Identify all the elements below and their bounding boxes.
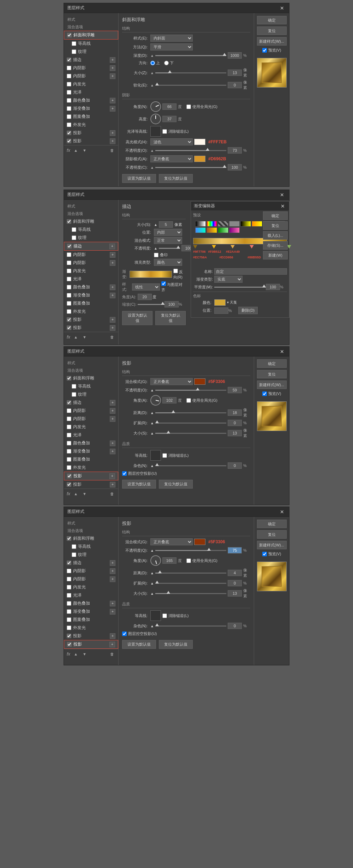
outer-glow-cb[interactable] (67, 122, 71, 127)
s2-inner-glow[interactable]: 内阴影 + (64, 259, 118, 267)
s3-stroke-plus[interactable]: + (110, 400, 115, 406)
s4-drop-shadow1[interactable]: 投影 + (64, 632, 118, 640)
s3-color-overlay-plus[interactable]: + (110, 441, 115, 446)
s2-color-overlay[interactable]: 颜色叠加 + (64, 283, 118, 291)
s2-outer-glow-cb[interactable] (67, 309, 71, 314)
ds3-opacity-input[interactable] (228, 387, 242, 393)
ds4-reset-default[interactable]: 复位为默认值 (159, 640, 193, 649)
close-btn4[interactable]: ✕ (279, 509, 286, 515)
inner-shadow-cb[interactable] (67, 66, 71, 70)
s2-drop-shadow2[interactable]: 投影 + (64, 324, 118, 332)
fx-up3[interactable]: ▲ (72, 491, 79, 496)
ge-confirm[interactable]: 确定 (263, 211, 288, 220)
s2-bevel-cb[interactable] (67, 219, 71, 224)
ds3-size-slider[interactable] (155, 433, 226, 434)
gradient-bar[interactable] (130, 271, 172, 278)
sidebar-item-satin[interactable]: 内发光 (64, 80, 118, 88)
s4-inner-shadow-cb[interactable] (67, 569, 71, 573)
ds3-set-default[interactable]: 设置为默认值 (122, 480, 156, 489)
s4-contour[interactable]: 等高线 (64, 543, 118, 551)
stop1[interactable] (193, 245, 197, 249)
s4-inner-glow-cb[interactable] (67, 577, 71, 581)
fx-down3[interactable]: ▼ (81, 491, 88, 496)
s3-pattern-overlay[interactable]: 图案叠加 (64, 455, 118, 463)
ds3-global-light[interactable]: 使用全局光(G) (186, 398, 217, 403)
s3-gradient-overlay-plus[interactable]: + (110, 449, 115, 454)
stop4-red[interactable] (250, 245, 254, 249)
s3-gloss-cb[interactable] (67, 433, 71, 437)
s4-texture-cb[interactable] (72, 552, 76, 557)
s2-color-overlay-cb[interactable] (67, 285, 71, 289)
s2-gradient-overlay[interactable]: 渐变叠加 + (64, 291, 118, 299)
s3-drop-shadow1-cb[interactable] (67, 474, 72, 478)
s4-bevel-cb[interactable] (67, 536, 71, 541)
s-opacity-input[interactable] (228, 164, 242, 170)
s2-inner-shadow-plus[interactable]: + (110, 252, 115, 258)
ds3-blend-swatch[interactable] (194, 378, 205, 385)
s3-satin-cb[interactable] (67, 425, 71, 429)
angle-dial[interactable] (149, 100, 163, 114)
reverse-cb[interactable] (173, 269, 178, 273)
s3-gradient-overlay[interactable]: 渐变叠加 + (64, 447, 118, 455)
ds4-spread-slider[interactable] (155, 583, 226, 584)
close-button[interactable]: ✕ (279, 5, 286, 11)
style-select[interactable]: 内斜面 (150, 35, 193, 42)
reset-btn[interactable]: 复位 (257, 26, 287, 35)
direction-down-radio[interactable] (164, 61, 169, 65)
s3-contour-cb[interactable] (72, 384, 76, 389)
s2-inner-glow-cb[interactable] (67, 261, 71, 265)
anti-alias-label[interactable]: 消除锯齿(L) (162, 129, 189, 134)
new-style-btn[interactable]: 新建样式(W)... (257, 37, 287, 46)
swatch-orange-yellow[interactable] (252, 221, 262, 227)
sidebar-item-texture[interactable]: 纹理 (64, 48, 118, 56)
anti-alias-cb[interactable] (162, 129, 167, 134)
s2-bevel[interactable]: 斜面和浮雕 (64, 217, 118, 226)
ge-save[interactable]: 存储(S)... (263, 241, 288, 250)
fx-up2[interactable]: ▲ (72, 335, 79, 340)
s2-drop-shadow1[interactable]: 投影 + (64, 316, 118, 324)
s3-gradient-overlay-cb[interactable] (67, 449, 71, 454)
ds3-spread-input[interactable] (228, 420, 242, 426)
preview-label[interactable]: 预览(V) (262, 48, 281, 53)
reset-btn3[interactable]: 复位 (257, 370, 287, 378)
scale-input[interactable] (164, 301, 179, 307)
s2-outer-glow[interactable]: 外发光 (64, 307, 118, 316)
ds4-spread-input[interactable] (228, 580, 242, 586)
color-overlay-cb[interactable] (67, 98, 71, 103)
preview-label3[interactable]: 预览(V) (262, 391, 281, 396)
ds3-knockout-cb[interactable] (122, 471, 127, 476)
ds3-dist-slider[interactable] (155, 412, 226, 413)
s4-stroke[interactable]: 描边 + (64, 559, 118, 567)
stop-location-input[interactable] (214, 307, 228, 314)
h-opacity-input[interactable] (228, 147, 242, 154)
ds3-layer-knockout[interactable]: 图层控空投影(U) (122, 471, 250, 476)
ds4-blend-swatch[interactable] (194, 539, 205, 545)
s2-drop-shadow1-plus[interactable]: + (110, 317, 115, 323)
fx-trash3[interactable]: 🗑 (109, 491, 115, 496)
s3-gloss[interactable]: 光泽 (64, 431, 118, 439)
s4-satin[interactable]: 内发光 (64, 583, 118, 591)
s4-gradient-overlay-plus[interactable]: + (110, 609, 115, 615)
s2-contour-cb[interactable] (72, 227, 76, 232)
ds4-global-cb[interactable] (186, 558, 191, 563)
inner-shadow-plus[interactable]: + (110, 65, 115, 71)
gloss-cb[interactable] (67, 90, 71, 95)
s4-stroke-plus[interactable]: + (110, 560, 115, 566)
align-cb[interactable] (161, 281, 166, 286)
close-btn2[interactable]: ✕ (279, 192, 286, 198)
s4-satin-cb[interactable] (67, 585, 71, 589)
fx-up4[interactable]: ▲ (72, 652, 79, 657)
sidebar-item-pattern-overlay[interactable]: 图案叠加 (64, 113, 118, 121)
swatch-blue-cyan[interactable] (195, 227, 206, 233)
s4-inner-glow-plus[interactable]: + (110, 576, 115, 582)
stroke-blend-select[interactable]: 正常 (154, 237, 182, 244)
ds4-knockout-cb[interactable] (122, 631, 127, 636)
s3-bevel-cb[interactable] (67, 376, 71, 381)
align-label[interactable]: 与图层对齐 (161, 281, 186, 293)
smoothness-slider[interactable] (214, 287, 266, 288)
s3-inner-shadow-cb[interactable] (67, 408, 71, 413)
s4-stroke-cb[interactable] (67, 561, 71, 565)
s4-gradient-overlay[interactable]: 渐变叠加 + (64, 607, 118, 616)
s3-texture[interactable]: 纹理 (64, 390, 118, 399)
ds3-blend-select[interactable]: 正片叠底 (150, 378, 193, 385)
